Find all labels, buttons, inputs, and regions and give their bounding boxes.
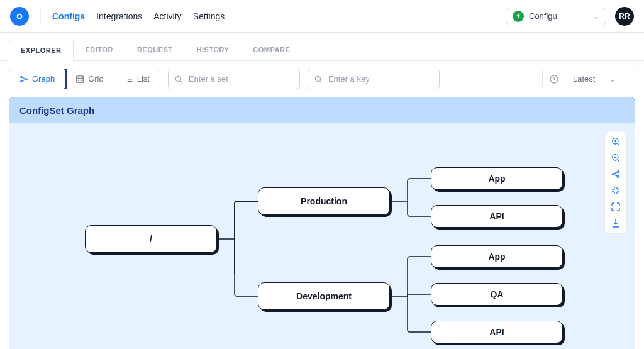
svg-point-9 [613, 174, 614, 175]
graph-node[interactable]: Development [258, 282, 390, 310]
configset-panel: ConfigSet Graph / Production Development… [9, 97, 635, 349]
chevron-down-icon: ⌄ [609, 75, 616, 84]
share-icon[interactable] [608, 167, 624, 182]
tab-explorer[interactable]: EXPLORER [9, 40, 74, 61]
divider [40, 9, 41, 23]
nav-activity[interactable]: Activity [153, 11, 181, 21]
svg-point-0 [21, 76, 22, 77]
tab-editor[interactable]: EDITOR [74, 39, 125, 60]
grid-icon [75, 75, 84, 84]
set-input[interactable] [168, 69, 300, 89]
search-icon [174, 75, 183, 84]
panel-title: ConfigSet Graph [9, 97, 635, 123]
org-name: Configu [529, 11, 588, 21]
view-switcher: Graph Grid List [9, 69, 160, 89]
tab-request[interactable]: REQUEST [125, 39, 185, 60]
graph-toolbar [604, 131, 627, 234]
svg-point-10 [618, 171, 619, 173]
svg-point-5 [315, 76, 320, 81]
view-grid-label: Grid [88, 74, 104, 84]
nav-settings[interactable]: Settings [193, 11, 225, 21]
graph-node[interactable]: App [431, 167, 563, 190]
view-list[interactable]: List [114, 69, 160, 89]
view-list-label: List [137, 74, 150, 84]
org-icon: ✦ [513, 11, 524, 22]
search-icon [314, 75, 323, 84]
view-grid[interactable]: Grid [65, 69, 114, 89]
graph-node[interactable]: QA [431, 283, 563, 306]
view-graph-label: Graph [32, 74, 55, 84]
nav-configs[interactable]: Configs [52, 11, 85, 21]
tab-history[interactable]: HISTORY [185, 39, 242, 60]
chevron-down-icon: ⌄ [593, 12, 599, 21]
clock-icon [543, 69, 565, 89]
view-graph[interactable]: Graph [9, 69, 65, 89]
app-logo [10, 7, 29, 26]
main-nav: Configs Integrations Activity Settings [52, 11, 225, 21]
explorer-toolbar: Graph Grid List Latest ⌄ [0, 61, 644, 97]
subtab-bar: EXPLORER EDITOR REQUEST HISTORY COMPARE [0, 33, 644, 61]
tab-compare[interactable]: COMPARE [241, 39, 302, 60]
graph-icon [19, 75, 28, 84]
avatar[interactable]: RR [615, 7, 634, 26]
history-selector[interactable]: Latest ⌄ [542, 69, 635, 89]
graph-node[interactable]: API [431, 205, 563, 228]
org-selector[interactable]: ✦ Configu ⌄ [506, 8, 606, 25]
key-input[interactable] [308, 69, 440, 89]
nav-integrations[interactable]: Integrations [96, 11, 142, 21]
graph-node-root[interactable]: / [85, 225, 217, 253]
svg-point-1 [21, 80, 22, 82]
svg-point-11 [618, 176, 619, 178]
zoom-in-icon[interactable] [608, 134, 624, 149]
expand-icon[interactable] [608, 199, 624, 214]
graph-node[interactable]: API [431, 321, 563, 343]
list-icon [125, 75, 133, 84]
download-icon[interactable] [608, 216, 624, 231]
collapse-icon[interactable] [608, 183, 624, 198]
svg-rect-3 [77, 75, 84, 82]
graph-node[interactable]: Production [258, 187, 390, 215]
zoom-out-icon[interactable] [608, 150, 624, 165]
graph-canvas[interactable]: / Production Development App API App QA … [9, 123, 635, 349]
svg-point-2 [26, 78, 27, 79]
set-search [168, 69, 300, 89]
graph-node[interactable]: App [431, 245, 563, 268]
key-search [308, 69, 440, 89]
svg-point-4 [175, 76, 180, 81]
history-label: Latest [573, 74, 595, 84]
app-header: Configs Integrations Activity Settings ✦… [0, 0, 644, 33]
